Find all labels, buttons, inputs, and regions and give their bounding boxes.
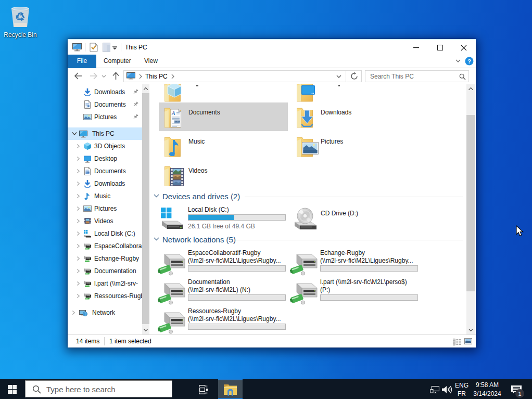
svg-text:A: A: [171, 110, 175, 116]
svg-text:?: ?: [467, 58, 471, 65]
svg-text:1: 1: [518, 391, 521, 397]
